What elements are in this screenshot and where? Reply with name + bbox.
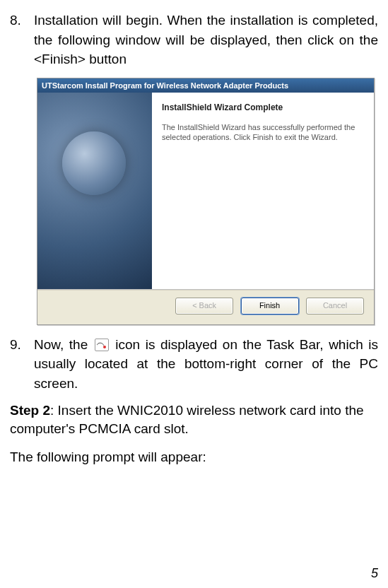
prompt-line: The following prompt will appear: <box>10 448 378 466</box>
step-9-pre: Now, the <box>34 337 93 352</box>
wizard-screenshot: UTStarcom Install Program for Wireless N… <box>37 78 375 325</box>
wizard-body: InstallShield Wizard Complete The Instal… <box>37 93 374 290</box>
step-9-text: Now, the icon is displayed on the Task B… <box>34 335 378 394</box>
wizard-button-row: < Back Finish Cancel <box>37 290 374 324</box>
wizard-content: InstallShield Wizard Complete The Instal… <box>152 93 374 289</box>
back-button[interactable]: < Back <box>175 298 233 314</box>
step-9-number: 9. <box>10 335 34 394</box>
taskbar-wireless-icon <box>95 339 109 351</box>
step-2-line: Step 2: Insert the WNIC2010 wireless net… <box>10 401 378 437</box>
step-9: 9. Now, the icon is displayed on the Tas… <box>10 335 378 394</box>
cancel-button[interactable]: Cancel <box>306 298 364 314</box>
finish-button[interactable]: Finish <box>241 298 299 314</box>
wizard-titlebar: UTStarcom Install Program for Wireless N… <box>37 78 374 93</box>
step-8-text: Installation will begin. When the instal… <box>34 11 378 69</box>
step-2-rest: : Insert the WNIC2010 wireless network c… <box>10 403 364 436</box>
wizard-text: The InstallShield Wizard has successfull… <box>162 122 361 143</box>
step-8-number: 8. <box>10 11 34 69</box>
wizard-heading: InstallShield Wizard Complete <box>162 102 361 112</box>
step-2-label: Step 2 <box>10 403 50 418</box>
step-8: 8. Installation will begin. When the ins… <box>10 11 378 69</box>
wizard-sidebar-graphic <box>37 93 152 289</box>
page-number: 5 <box>371 566 378 581</box>
